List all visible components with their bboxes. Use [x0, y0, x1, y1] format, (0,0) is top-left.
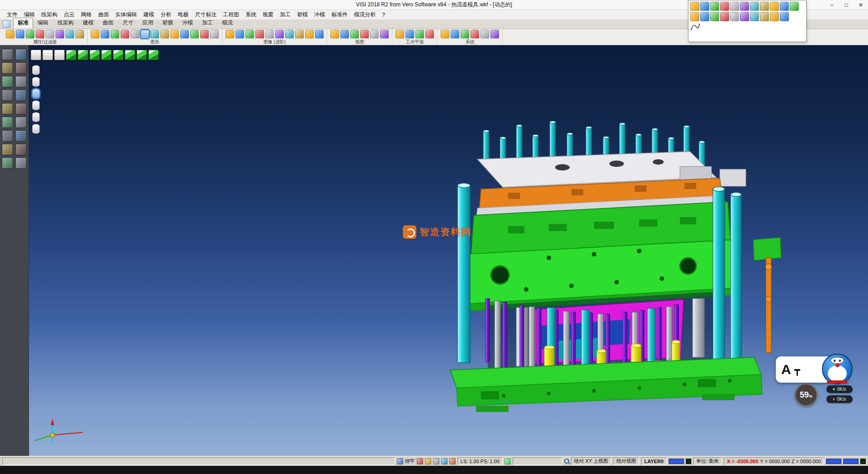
image-advanced-tool-icon[interactable] — [305, 30, 314, 38]
system-tool-icon[interactable] — [461, 30, 469, 38]
status-color-swatch-1[interactable] — [826, 459, 841, 464]
graphics-tool-icon[interactable] — [91, 30, 99, 38]
fill-color-swatch[interactable] — [686, 459, 691, 464]
tab-edit[interactable]: 编辑 — [33, 18, 53, 28]
solid-modeling-tool-icon[interactable] — [770, 2, 779, 11]
status-tool-icon[interactable] — [417, 458, 423, 465]
attribute-filter-tool-icon[interactable] — [36, 30, 44, 38]
view-tool-icon[interactable] — [330, 30, 339, 38]
side-tool-icon[interactable] — [2, 144, 13, 155]
tab-die[interactable]: 冲模 — [178, 18, 198, 28]
graphics-tool-icon[interactable] — [160, 30, 169, 38]
menu-item-mold[interactable]: 塑模 — [294, 10, 311, 19]
view-tool-icon[interactable] — [340, 30, 349, 38]
view-cube-icon[interactable] — [54, 50, 65, 60]
image-advanced-tool-icon[interactable] — [255, 30, 264, 38]
side-tool-icon[interactable] — [2, 62, 13, 74]
view-tool-icon[interactable] — [350, 30, 359, 38]
spline-tool-icon[interactable] — [690, 23, 700, 31]
image-advanced-tool-icon[interactable] — [275, 30, 284, 38]
graphics-tool-icon[interactable] — [141, 30, 149, 38]
tab-flow[interactable]: 模流 — [217, 18, 237, 28]
solid-modeling-tool-icon[interactable] — [690, 2, 699, 11]
status-wrench-icon[interactable] — [449, 458, 456, 465]
solid-modeling-tool-icon[interactable] — [730, 2, 739, 11]
status-help-icon[interactable] — [441, 458, 448, 465]
status-gear-icon[interactable] — [433, 458, 439, 465]
system-tool-icon[interactable] — [451, 30, 459, 38]
view-cube-icon[interactable] — [90, 50, 100, 60]
graphics-tool-icon[interactable] — [180, 30, 189, 38]
solid-modeling-tool-icon[interactable] — [700, 2, 709, 11]
layer-selector[interactable]: LAYER0 — [641, 457, 666, 465]
system-tool-icon[interactable] — [471, 30, 479, 38]
mold-assembly-model[interactable] — [29, 45, 868, 456]
side-tool-icon[interactable] — [2, 117, 13, 128]
solid-attribute-icon[interactable] — [32, 124, 40, 134]
prompt-field[interactable] — [513, 457, 562, 465]
workplane-tool-icon[interactable] — [396, 30, 404, 38]
image-advanced-tool-icon[interactable] — [315, 30, 324, 38]
solid-modeling-tool-icon[interactable] — [720, 2, 729, 11]
absolute-view-indicator[interactable]: 绝对视图 — [613, 457, 639, 465]
image-advanced-tool-icon[interactable] — [285, 30, 294, 38]
view-cube-icon[interactable] — [125, 50, 135, 60]
image-advanced-tool-icon[interactable] — [295, 30, 304, 38]
graphics-tool-icon[interactable] — [131, 30, 139, 38]
side-tool-icon[interactable] — [2, 90, 13, 101]
view-cube-icon[interactable] — [148, 50, 159, 60]
solid-modeling-tool-icon[interactable] — [710, 2, 719, 11]
side-tool-icon[interactable] — [15, 103, 27, 114]
line-color-swatch[interactable] — [669, 459, 684, 464]
view-cube-icon[interactable] — [137, 50, 147, 60]
document-icon[interactable] — [3, 20, 10, 28]
view-cube-icon[interactable] — [101, 50, 112, 60]
system-tool-icon[interactable] — [481, 30, 489, 38]
solid-modeling-tool-icon[interactable] — [760, 2, 769, 11]
solid-modeling-tool-icon[interactable] — [790, 2, 799, 11]
solid-edit-tool-icon[interactable] — [700, 12, 709, 21]
tab-mold[interactable]: 塑膜 — [158, 18, 178, 28]
side-tool-icon[interactable] — [15, 117, 27, 128]
solid-edit-tool-icon[interactable] — [780, 12, 789, 21]
solid-edit-tool-icon[interactable] — [770, 12, 779, 21]
image-advanced-tool-icon[interactable] — [226, 30, 234, 38]
solid-edit-tool-icon[interactable] — [690, 12, 699, 21]
status-color-swatch-3[interactable] — [860, 459, 866, 464]
view-cube-icon[interactable] — [78, 50, 88, 60]
menu-item-window[interactable]: 视窗 — [259, 10, 277, 19]
view-tool-icon[interactable] — [380, 30, 389, 38]
status-folder-icon[interactable] — [425, 458, 431, 465]
side-tool-icon[interactable] — [15, 49, 27, 60]
attribute-filter-tool-icon[interactable] — [16, 30, 24, 38]
side-tool-icon[interactable] — [15, 76, 27, 87]
attribute-filter-tool-icon[interactable] — [6, 30, 14, 38]
graphics-tool-icon[interactable] — [170, 30, 179, 38]
view-tool-icon[interactable] — [370, 30, 379, 38]
side-tool-icon[interactable] — [2, 130, 13, 142]
graphics-tool-icon[interactable] — [121, 30, 129, 38]
menu-item-flow-analysis[interactable]: 模流分析 — [351, 10, 379, 19]
side-bracket[interactable] — [753, 237, 781, 353]
solid-edit-tool-icon[interactable] — [730, 12, 739, 21]
tab-standard[interactable]: 标准 — [13, 18, 33, 28]
solid-attribute-icon[interactable] — [32, 65, 40, 75]
side-tool-icon[interactable] — [2, 103, 13, 114]
side-tool-icon[interactable] — [2, 49, 13, 60]
graphics-tool-icon[interactable] — [210, 30, 219, 38]
tab-machining[interactable]: 加工 — [198, 18, 217, 28]
attribute-filter-tool-icon[interactable] — [56, 30, 64, 38]
menu-item-die[interactable]: 冲模 — [311, 10, 328, 19]
menu-item-machining[interactable]: 加工 — [277, 10, 294, 19]
attribute-filter-tool-icon[interactable] — [66, 30, 74, 38]
view-mode-indicator[interactable]: 绝对 XY 上视图 — [571, 457, 612, 465]
solid-modeling-tool-icon[interactable] — [740, 2, 749, 11]
graphics-tool-icon[interactable] — [200, 30, 209, 38]
tab-surface[interactable]: 曲面 — [98, 18, 118, 28]
system-tool-icon[interactable] — [491, 30, 499, 38]
side-tool-icon[interactable] — [2, 157, 13, 169]
view-cube-icon[interactable] — [42, 50, 53, 60]
solid-attribute-icon[interactable] — [32, 89, 40, 99]
solid-attribute-icon[interactable] — [32, 100, 40, 110]
side-tool-icon[interactable] — [15, 62, 27, 74]
